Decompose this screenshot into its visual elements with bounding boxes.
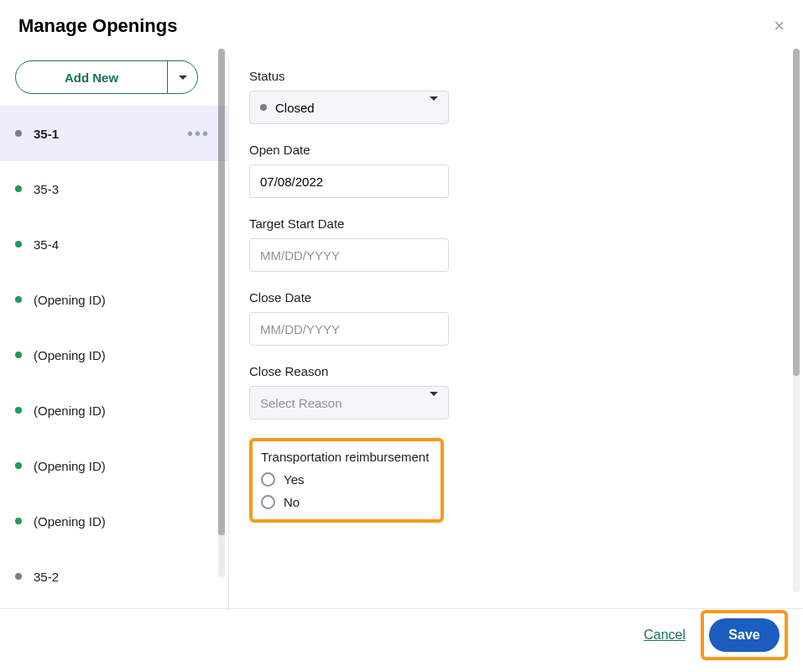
chevron-down-icon — [179, 76, 187, 80]
status-dot-icon — [260, 104, 267, 111]
add-new-dropdown-toggle[interactable] — [167, 61, 197, 93]
status-dot-icon — [15, 296, 22, 303]
status-dot-icon — [15, 352, 22, 358]
target-start-date-input[interactable] — [260, 239, 438, 271]
footer: Cancel Save — [0, 598, 803, 672]
add-new-button-group: Add New — [15, 60, 198, 94]
status-dot-icon — [15, 130, 22, 137]
status-value: Closed — [275, 101, 315, 115]
add-new-button[interactable]: Add New — [16, 61, 167, 93]
sidebar-item[interactable]: 35-1••• — [0, 106, 228, 161]
chevron-down-icon — [430, 396, 438, 410]
close-reason-placeholder: Select Reason — [260, 396, 342, 410]
sidebar-item-label: 35-2 — [34, 570, 59, 584]
sidebar-item-label: 35-4 — [34, 237, 59, 252]
sidebar-item-label: (Opening ID) — [34, 459, 106, 473]
status-dot-icon — [15, 518, 22, 524]
close-reason-select[interactable]: Select Reason — [249, 386, 449, 419]
open-date-label: Open Date — [249, 143, 774, 157]
close-date-label: Close Date — [249, 290, 774, 305]
cancel-button[interactable]: Cancel — [644, 628, 686, 643]
chevron-down-icon — [430, 101, 438, 115]
sidebar-item-label: (Opening ID) — [34, 514, 106, 529]
radio-icon — [261, 495, 275, 509]
sidebar-scrollbar-thumb[interactable] — [218, 49, 225, 535]
sidebar-item-label: (Opening ID) — [34, 404, 106, 418]
status-dot-icon — [15, 462, 22, 469]
reimbursement-label: Transportation reimbursement — [261, 450, 429, 464]
reimbursement-no-radio[interactable]: No — [261, 495, 429, 509]
save-button[interactable]: Save — [709, 618, 780, 652]
reimbursement-yes-radio[interactable]: Yes — [261, 472, 429, 487]
sidebar-item[interactable]: (Opening ID) — [0, 438, 228, 493]
open-date-input[interactable] — [260, 165, 438, 197]
status-dot-icon — [15, 407, 22, 414]
page-title: Manage Openings — [18, 15, 177, 37]
sidebar-item[interactable]: 35-4 — [0, 216, 228, 272]
status-label: Status — [249, 69, 774, 83]
status-dot-icon — [15, 241, 22, 247]
radio-icon — [261, 472, 275, 487]
main-scrollbar-thumb[interactable] — [793, 49, 800, 376]
status-select[interactable]: Closed — [249, 91, 449, 124]
target-start-date-label: Target Start Date — [249, 216, 774, 231]
sidebar-item-label: 35-3 — [34, 182, 59, 196]
sidebar-item-label: (Opening ID) — [34, 293, 106, 307]
status-dot-icon — [15, 573, 22, 580]
sidebar-item[interactable]: 35-2 — [0, 549, 228, 604]
close-date-input[interactable] — [260, 313, 438, 345]
sidebar-item[interactable]: (Opening ID) — [0, 327, 228, 383]
sidebar-item[interactable]: (Opening ID) — [0, 383, 228, 438]
reimbursement-no-label: No — [284, 495, 300, 509]
close-reason-label: Close Reason — [249, 364, 774, 378]
sidebar-item[interactable]: 35-3 — [0, 161, 228, 216]
sidebar-item-label: 35-1 — [34, 127, 59, 141]
close-icon[interactable]: × — [774, 17, 785, 35]
save-highlight: Save — [701, 610, 788, 660]
sidebar-item-label: (Opening ID) — [34, 348, 106, 362]
sidebar-item[interactable]: (Opening ID) — [0, 493, 228, 549]
status-dot-icon — [15, 185, 22, 192]
reimbursement-yes-label: Yes — [284, 472, 304, 487]
reimbursement-highlight: Transportation reimbursement Yes No — [249, 438, 444, 523]
more-icon[interactable]: ••• — [187, 124, 210, 143]
form-panel: Status Closed Open Date Target Start Dat… — [229, 49, 803, 611]
sidebar: Add New 35-1•••35-335-4(Opening ID)(Open… — [0, 49, 228, 611]
sidebar-item[interactable]: (Opening ID) — [0, 272, 228, 327]
